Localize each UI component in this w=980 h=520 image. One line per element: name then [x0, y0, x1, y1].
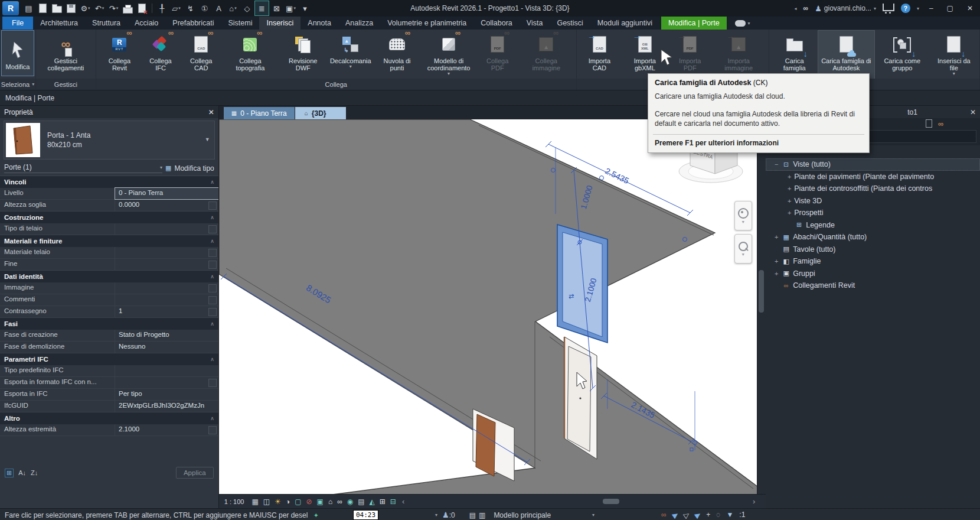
chevron-down-icon[interactable]: ▾	[349, 64, 352, 69]
shadows-icon[interactable]: ◑	[286, 498, 290, 505]
expander-icon[interactable]: +	[772, 258, 781, 265]
button-gestisci-collegamenti[interactable]: ∞Gestisci collegamenti	[38, 31, 94, 79]
section-header-dati-identit[interactable]: Dati identità∧	[0, 271, 218, 282]
steering-wheel-button[interactable]: ▼	[734, 201, 752, 230]
pin-icon[interactable]: ╀	[155, 1, 169, 15]
chevron-down-icon[interactable]: ▾	[592, 512, 594, 518]
tree-item-famiglie[interactable]: +◧Famiglie	[766, 255, 980, 268]
button-importa-gbxml[interactable]: GB XML→Importa gbXML	[620, 31, 669, 79]
button-carica-come-gruppo[interactable]: ↓Carica come gruppo	[874, 31, 930, 79]
minimize-button[interactable]: –	[926, 4, 937, 12]
tab-inserisci[interactable]: Inserisci	[259, 17, 300, 30]
collapse-icon[interactable]: ∧	[210, 274, 214, 280]
view-tab-0-piano-terra[interactable]: ▦0 - Piano Terra	[224, 107, 295, 119]
button-carica-famiglia[interactable]: ↓Carica famiglia	[771, 31, 818, 79]
door-leaf-right[interactable]	[567, 346, 591, 451]
reveal-constraints-icon[interactable]: ⊟	[390, 498, 396, 505]
chevron-left-icon[interactable]: ‹	[402, 497, 404, 506]
cascade-windows-icon[interactable]: ▣▾	[284, 1, 298, 15]
associate-parameter-button[interactable]	[208, 249, 217, 257]
expander-icon[interactable]: −	[772, 161, 781, 168]
section-header-vincoli[interactable]: Vincoli∧	[0, 176, 218, 188]
property-value[interactable]	[115, 365, 218, 376]
element-selector[interactable]: Porte (1) ▾	[4, 163, 162, 173]
crop-region-icon[interactable]: ▣	[317, 498, 324, 505]
type-selector[interactable]: Porta - 1 Anta 80x210 cm ▼	[4, 121, 215, 160]
tab-struttura[interactable]: Struttura	[85, 17, 128, 30]
crop-off-icon[interactable]: ⊘	[306, 498, 312, 505]
door-flip-control[interactable]: ⇄	[569, 292, 574, 300]
property-value[interactable]: 2EWxtpGLrBJhI3O2gZMzJn	[115, 401, 218, 412]
crop-view-icon[interactable]: ▢	[295, 498, 301, 505]
button-decalcomania[interactable]: ▲Decalcomania▾	[328, 31, 373, 79]
door-leaf-left[interactable]	[476, 414, 495, 476]
redo-icon[interactable]: ↷▾	[107, 1, 120, 15]
panel-label-seleziona[interactable]: Seleziona▾	[0, 79, 35, 90]
section-header-altro[interactable]: Altro∧	[0, 412, 218, 424]
visual-style-icon[interactable]: ◫	[263, 498, 270, 505]
tree-item-viste-3d[interactable]: +Viste 3D	[766, 195, 980, 207]
expander-icon[interactable]: +	[772, 270, 781, 277]
sun-path-icon[interactable]: ☀	[275, 498, 281, 505]
collapse-icon[interactable]: ∧	[210, 238, 214, 244]
expander-icon[interactable]: +	[785, 173, 794, 180]
edit-type-button[interactable]: ▦ Modifica tipo	[165, 164, 214, 173]
compass-icon[interactable]: ◇	[240, 1, 254, 15]
expander-icon[interactable]: +	[785, 209, 794, 216]
associate-parameter-button[interactable]	[208, 426, 217, 434]
tab-architettura[interactable]: Architettura	[33, 17, 85, 30]
expander-icon[interactable]: +	[785, 185, 794, 192]
scale-control[interactable]: 1 : 100	[224, 498, 244, 505]
close-windows-icon[interactable]: ⊠	[270, 1, 283, 15]
button-collega-cad[interactable]: CAD∞Collega CAD	[180, 31, 222, 79]
button-modello-di-coordinamento[interactable]: ∞Modello di coordinamento▾	[421, 31, 477, 79]
property-value[interactable]: Nessuno	[115, 342, 218, 353]
save-orientation-icon[interactable]: ⌂	[328, 498, 332, 505]
browser-close-icon[interactable]: ✕	[970, 108, 976, 116]
property-value[interactable]: 0 - Piano Terra	[115, 188, 218, 199]
chevron-down-icon[interactable]: ▼	[741, 220, 745, 224]
section-header-materiali-e-finiture[interactable]: Materiali e finiture∧	[0, 235, 218, 247]
design-option-select[interactable]: Modello principale	[494, 511, 551, 519]
button-collega-topografia[interactable]: ∞Collega topografia	[222, 31, 278, 79]
tree-item-gruppi[interactable]: +▣Gruppi	[766, 268, 980, 280]
section-header-fasi[interactable]: Fasi∧	[0, 318, 218, 330]
button-revisione-dwf[interactable]: Revisione DWF	[278, 31, 328, 79]
filter-icon[interactable]: ▼	[726, 511, 733, 518]
revit-logo[interactable]: R	[2, 1, 19, 15]
type-dropdown-icon[interactable]: ▼	[205, 136, 210, 142]
horizontal-scrollbar-thumb[interactable]	[603, 499, 619, 504]
expander-icon[interactable]: +	[772, 233, 781, 240]
panel-label-gestisci[interactable]: Gestisci	[36, 79, 96, 90]
select-underlay-icon[interactable]: ▷	[682, 510, 690, 519]
editing-requests-badge[interactable]: ♟:0	[442, 511, 455, 519]
associate-parameter-button[interactable]	[208, 379, 217, 387]
measure-icon[interactable]: ▱▾	[169, 1, 183, 15]
associate-parameter-button[interactable]	[208, 296, 217, 304]
associate-parameter-button[interactable]	[208, 261, 217, 269]
associate-parameter-button[interactable]	[208, 225, 217, 233]
account-menu[interactable]: ♟ giovanni.chio... ▾	[815, 4, 876, 13]
property-value[interactable]: Stato di Progetto	[115, 330, 218, 341]
tab-moduli-aggiuntivi[interactable]: Moduli aggiuntivi	[590, 17, 659, 30]
collapse-icon[interactable]: ∧	[210, 214, 214, 220]
worksharing-display-icon[interactable]: ◭	[370, 498, 375, 505]
tree-item-prospetti[interactable]: +Prospetti	[766, 207, 980, 219]
associate-parameter-button[interactable]	[208, 308, 217, 316]
button-collega-revit[interactable]: RRVT∞Collega Revit	[98, 31, 141, 79]
help-chevron-icon[interactable]: ▾	[917, 6, 919, 11]
undo-icon[interactable]: ↶▾	[93, 1, 106, 15]
property-value[interactable]	[115, 282, 208, 294]
chevron-right-icon[interactable]: ›	[753, 497, 755, 506]
collapse-icon[interactable]: ∧	[210, 321, 214, 327]
sort-ascending-icon[interactable]: A↓	[18, 469, 26, 476]
associate-parameter-button[interactable]	[208, 284, 217, 292]
zoom-button[interactable]: ▼	[734, 234, 752, 264]
property-value[interactable]	[115, 377, 208, 388]
scrollbar-thumb[interactable]	[759, 270, 764, 313]
sync-icon[interactable]: ⚙▾	[79, 1, 92, 15]
home-icon[interactable]: ⌂▾	[226, 1, 240, 15]
button-importa-cad[interactable]: CAD→Importa CAD	[579, 31, 620, 79]
button-modifica[interactable]: Modifica	[2, 31, 34, 76]
reveal-hidden-icon[interactable]: ◉	[347, 498, 353, 505]
